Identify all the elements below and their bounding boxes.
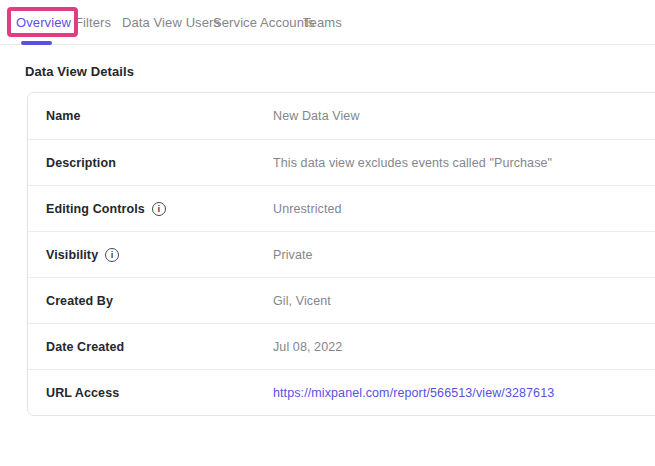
row-value: Jul 08, 2022 [273, 340, 342, 354]
row-value: This data view excludes events called "P… [273, 156, 552, 170]
row-label-text: Created By [46, 294, 113, 308]
row-value: Private [273, 248, 313, 262]
tab-bar: Overview Filters Data View Users Service… [0, 0, 655, 45]
row-value: Gil, Vicent [273, 294, 331, 308]
table-row-visibility: Visibility i Private [28, 231, 655, 277]
table-row-created-by: Created By Gil, Vicent [28, 277, 655, 323]
table-row-url-access: URL Access https://mixpanel.com/report/5… [28, 369, 655, 415]
table-row-name: Name New Data View [28, 93, 655, 139]
row-label: URL Access [46, 386, 273, 400]
tab-data-view-users[interactable]: Data View Users [122, 0, 220, 44]
row-label: Visibility i [46, 248, 273, 262]
row-label-text: Name [46, 109, 80, 123]
row-label-text: Description [46, 156, 116, 170]
settings-page: Overview Filters Data View Users Service… [0, 0, 655, 466]
active-tab-indicator [21, 41, 52, 45]
row-label: Created By [46, 294, 273, 308]
row-value: New Data View [273, 109, 360, 123]
table-row-description: Description This data view excludes even… [28, 139, 655, 185]
data-view-url-link[interactable]: https://mixpanel.com/report/566513/view/… [273, 386, 554, 400]
row-label: Name [46, 109, 273, 123]
table-row-date-created: Date Created Jul 08, 2022 [28, 323, 655, 369]
row-label: Date Created [46, 340, 273, 354]
row-label-text: Editing Controls [46, 202, 145, 216]
row-label-text: URL Access [46, 386, 119, 400]
page-title: Data View Details [25, 64, 134, 79]
row-label: Description [46, 156, 273, 170]
data-view-details-card: Name New Data View Description This data… [27, 92, 655, 416]
info-icon[interactable]: i [152, 202, 166, 216]
row-label: Editing Controls i [46, 202, 273, 216]
row-value: Unrestricted [273, 202, 342, 216]
row-label-text: Visibility [46, 248, 98, 262]
tab-filters[interactable]: Filters [75, 0, 111, 44]
table-row-editing-controls: Editing Controls i Unrestricted [28, 185, 655, 231]
row-label-text: Date Created [46, 340, 124, 354]
tab-overview[interactable]: Overview [16, 0, 71, 44]
info-icon[interactable]: i [105, 248, 119, 262]
tab-teams[interactable]: Teams [303, 0, 342, 44]
tab-service-accounts[interactable]: Service Accounts [213, 0, 314, 44]
